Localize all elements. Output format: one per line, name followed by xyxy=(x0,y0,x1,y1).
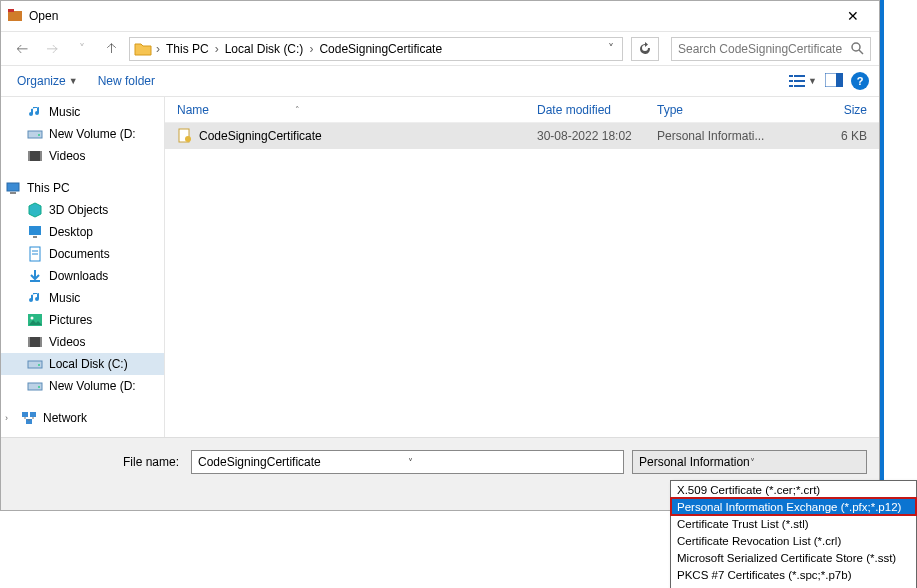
svg-rect-6 xyxy=(789,80,793,82)
drive-icon xyxy=(27,378,43,394)
search-input[interactable]: Search CodeSigningCertificate xyxy=(671,37,871,61)
nav-back-button[interactable]: 🡠 xyxy=(9,36,35,62)
svg-rect-31 xyxy=(28,383,42,390)
folder-icon xyxy=(134,41,152,57)
dropdown-option[interactable]: All Files (*.*) xyxy=(671,583,916,588)
refresh-button[interactable] xyxy=(631,37,659,61)
filename-input[interactable]: CodeSigningCertificate ˅ xyxy=(191,450,624,474)
tree-item[interactable]: Local Disk (C:) xyxy=(1,353,164,375)
close-button[interactable]: ✕ xyxy=(833,1,873,31)
svg-line-3 xyxy=(859,50,863,54)
nav-recent-button[interactable]: ˅ xyxy=(69,36,95,62)
svg-rect-14 xyxy=(28,151,42,161)
chevron-right-icon[interactable]: › xyxy=(307,42,315,56)
column-name[interactable]: Name˄ xyxy=(177,103,537,117)
tree-network[interactable]: › Network xyxy=(1,407,164,429)
preview-pane-button[interactable] xyxy=(825,73,843,90)
address-dropdown-button[interactable]: ˅ xyxy=(604,42,618,56)
tree-item[interactable]: Documents xyxy=(1,243,164,265)
chevron-down-icon: ˅ xyxy=(750,457,861,468)
breadcrumb-item[interactable]: This PC xyxy=(164,42,211,56)
svg-rect-19 xyxy=(29,226,41,235)
desktop-icon xyxy=(27,224,43,240)
dropdown-option[interactable]: PKCS #7 Certificates (*.spc;*.p7b) xyxy=(671,566,916,583)
svg-rect-9 xyxy=(794,85,805,87)
tree-item[interactable]: Desktop xyxy=(1,221,164,243)
svg-point-37 xyxy=(185,136,191,142)
nav-tree: Music New Volume (D: Videos This PC 3D O… xyxy=(1,97,165,437)
nav-up-button[interactable]: 🡡 xyxy=(99,36,125,62)
search-icon xyxy=(851,42,864,55)
svg-rect-15 xyxy=(28,151,30,161)
breadcrumb-item[interactable]: CodeSigningCertificate xyxy=(317,42,444,56)
tree-this-pc[interactable]: This PC xyxy=(1,177,164,199)
tree-item[interactable]: Videos xyxy=(1,145,164,167)
svg-rect-4 xyxy=(789,75,793,77)
app-icon xyxy=(7,8,23,24)
svg-point-13 xyxy=(38,134,40,136)
new-folder-button[interactable]: New folder xyxy=(92,70,161,92)
tree-item[interactable]: Downloads xyxy=(1,265,164,287)
svg-rect-28 xyxy=(40,337,42,347)
cube-icon xyxy=(27,202,43,218)
download-icon xyxy=(27,268,43,284)
svg-rect-1 xyxy=(8,9,14,12)
column-size[interactable]: Size xyxy=(787,103,867,117)
tree-item[interactable]: Music xyxy=(1,287,164,309)
dropdown-option[interactable]: Personal Information Exchange (*.pfx;*.p… xyxy=(671,498,916,515)
dropdown-option[interactable]: Microsoft Serialized Certificate Store (… xyxy=(671,549,916,566)
svg-point-30 xyxy=(38,364,40,366)
nav-forward-button: 🡢 xyxy=(39,36,65,62)
chevron-right-icon[interactable]: › xyxy=(154,42,162,56)
drive-icon xyxy=(27,356,43,372)
svg-point-2 xyxy=(852,43,860,51)
svg-rect-17 xyxy=(7,183,19,191)
filetype-filter[interactable]: Personal Information Exchange (*.pfx;*.p… xyxy=(632,450,867,474)
column-headers: Name˄ Date modified Type Size xyxy=(165,97,879,123)
pc-icon xyxy=(5,180,21,196)
address-bar[interactable]: › This PC › Local Disk (C:) › CodeSignin… xyxy=(129,37,623,61)
tree-item[interactable]: New Volume (D: xyxy=(1,123,164,145)
svg-rect-7 xyxy=(794,80,805,82)
file-row[interactable]: CodeSigningCertificate 30-08-2022 18:02 … xyxy=(165,123,879,149)
dropdown-option[interactable]: X.509 Certificate (*.cer;*.crt) xyxy=(671,481,916,498)
tree-item[interactable]: Pictures xyxy=(1,309,164,331)
dropdown-option[interactable]: Certificate Revocation List (*.crl) xyxy=(671,532,916,549)
chevron-down-icon[interactable]: ˅ xyxy=(408,457,618,468)
picture-icon xyxy=(27,312,43,328)
svg-rect-20 xyxy=(33,236,37,238)
svg-rect-26 xyxy=(28,337,42,347)
svg-point-32 xyxy=(38,386,40,388)
tree-item[interactable]: Music xyxy=(1,101,164,123)
organize-menu[interactable]: Organize ▼ xyxy=(11,70,84,92)
help-button[interactable]: ? xyxy=(851,72,869,90)
svg-rect-34 xyxy=(30,412,36,417)
svg-point-25 xyxy=(31,317,34,320)
breadcrumb-item[interactable]: Local Disk (C:) xyxy=(223,42,306,56)
doc-icon xyxy=(27,246,43,262)
column-type[interactable]: Type xyxy=(657,103,787,117)
dropdown-option[interactable]: Certificate Trust List (*.stl) xyxy=(671,515,916,532)
chevron-right-icon[interactable]: › xyxy=(213,42,221,56)
filetype-dropdown: X.509 Certificate (*.cer;*.crt)Personal … xyxy=(670,480,917,588)
drive-icon xyxy=(27,126,43,142)
svg-rect-16 xyxy=(40,151,42,161)
svg-rect-0 xyxy=(8,11,22,21)
svg-rect-5 xyxy=(794,75,805,77)
open-dialog: Open ✕ 🡠 🡢 ˅ 🡡 › This PC › Local Disk (C… xyxy=(0,0,880,511)
column-date[interactable]: Date modified xyxy=(537,103,657,117)
sort-asc-icon: ˄ xyxy=(295,105,300,115)
tree-item[interactable]: New Volume (D: xyxy=(1,375,164,397)
svg-rect-33 xyxy=(22,412,28,417)
view-options-button[interactable]: ▼ xyxy=(789,74,817,88)
svg-rect-8 xyxy=(789,85,793,87)
music-icon xyxy=(27,104,43,120)
search-placeholder: Search CodeSigningCertificate xyxy=(678,42,851,56)
svg-rect-18 xyxy=(10,192,16,194)
svg-rect-29 xyxy=(28,361,42,368)
tree-item[interactable]: Videos xyxy=(1,331,164,353)
tree-item[interactable]: 3D Objects xyxy=(1,199,164,221)
network-icon xyxy=(21,410,37,426)
certificate-icon xyxy=(177,128,193,144)
svg-rect-11 xyxy=(836,73,843,87)
